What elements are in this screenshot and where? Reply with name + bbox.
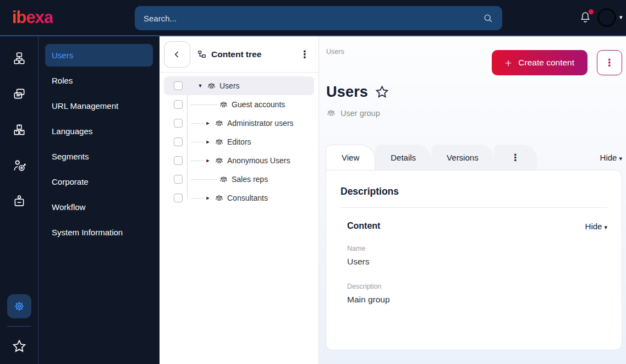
tree-item-label: Users	[219, 81, 240, 90]
tree-item-editors[interactable]: ► Editors	[164, 133, 314, 151]
content-tree-panel: Content tree ⋮ ▼ Users	[160, 36, 319, 364]
content-tree-list: ▼ Users Guest acc	[160, 73, 319, 211]
descriptions-heading: Descriptions	[341, 186, 607, 197]
user-group-icon	[215, 194, 224, 203]
sidebar-item-languages[interactable]: Languages	[45, 120, 153, 142]
checkbox[interactable]	[174, 137, 183, 146]
sidebar-item-roles[interactable]: Roles	[45, 69, 153, 92]
search-icon[interactable]	[482, 13, 493, 24]
chevron-left-icon	[172, 49, 183, 60]
icon-rail	[0, 36, 39, 364]
tree-item-sales-reps[interactable]: Sales reps	[164, 170, 314, 189]
bookmark-star-icon[interactable]	[375, 85, 389, 100]
field-value: Main group	[347, 295, 607, 305]
divider	[341, 207, 607, 208]
commerce-boxes-icon[interactable]	[7, 118, 31, 142]
tree-item-anonymous-users[interactable]: ► Anonymous Users	[164, 151, 314, 170]
field-label: Name	[347, 245, 607, 252]
ibexa-logo[interactable]: ibexa	[12, 8, 53, 27]
sidebar-item-url-management[interactable]: URL Management	[45, 95, 153, 117]
field-value: Users	[347, 257, 607, 267]
sidebar-item-users[interactable]: Users	[45, 44, 153, 67]
expand-caret-icon[interactable]: ►	[204, 139, 212, 145]
expand-caret-icon[interactable]: ►	[204, 158, 212, 163]
hide-label: Hide	[600, 153, 617, 162]
collapse-tree-button[interactable]	[164, 41, 190, 68]
personalization-icon[interactable]	[7, 153, 31, 178]
user-group-icon	[215, 137, 224, 147]
app-window: ibexa ▾	[0, 0, 626, 364]
user-menu-caret-icon[interactable]: ▾	[619, 14, 623, 21]
tab-view[interactable]: View	[326, 145, 375, 170]
user-group-icon	[215, 156, 224, 166]
field-name: Name Users	[347, 245, 607, 267]
plus-icon: +	[505, 57, 512, 69]
checkbox[interactable]	[174, 100, 183, 109]
tree-item-guest-accounts[interactable]: Guest accounts	[164, 95, 314, 114]
tree-item-label: Anonymous Users	[227, 156, 290, 165]
content-tree-header: Content tree ⋮	[160, 36, 319, 73]
field-label: Description	[347, 283, 607, 290]
tree-options-kebab-icon[interactable]: ⋮	[300, 49, 310, 59]
checkbox[interactable]	[174, 81, 183, 90]
settings-gear-icon[interactable]	[7, 294, 31, 318]
collapse-caret-icon[interactable]: ▼	[196, 83, 205, 89]
search-input[interactable]	[144, 14, 482, 23]
view-panel: Descriptions Content Hide▾ Name Users	[326, 170, 622, 350]
tabs-bar: View Details Versions ⋮ Hide▾	[326, 145, 622, 170]
bookmarks-star-icon[interactable]	[7, 334, 31, 359]
expand-caret-icon[interactable]: ►	[204, 195, 212, 201]
notifications-bell-icon[interactable]	[579, 10, 594, 26]
content-hide-toggle[interactable]: Hide▾	[585, 222, 607, 231]
expand-caret-icon[interactable]: ►	[204, 120, 212, 126]
sidebar-item-segments[interactable]: Segments	[45, 145, 153, 168]
tree-item-label: Editors	[227, 137, 251, 146]
notification-badge	[589, 9, 594, 14]
checkbox[interactable]	[174, 119, 183, 128]
tree-item-consultants[interactable]: ► Consultants	[164, 189, 314, 207]
tree-item-label: Guest accounts	[232, 100, 285, 109]
tree-connector	[191, 198, 204, 198]
checkbox[interactable]	[174, 175, 183, 184]
pages-icon[interactable]	[7, 82, 31, 106]
content-tree-title: Content tree	[211, 49, 261, 59]
user-group-icon	[326, 108, 336, 118]
tree-connector	[191, 142, 204, 142]
tab-versions[interactable]: Versions	[431, 145, 494, 170]
breadcrumb[interactable]: Users	[326, 48, 344, 56]
hide-toggle[interactable]: Hide▾	[600, 153, 622, 162]
sidebar-item-workflow[interactable]: Workflow	[45, 196, 153, 218]
tree-connector	[191, 104, 217, 105]
user-avatar[interactable]	[597, 8, 616, 27]
hide-caret-icon: ▾	[604, 224, 607, 230]
tree-connector	[191, 179, 217, 180]
content-structure-icon[interactable]	[7, 46, 31, 70]
user-group-icon	[207, 81, 216, 91]
create-content-button[interactable]: + Create content	[492, 50, 587, 75]
admin-badge-icon[interactable]	[7, 189, 31, 213]
tab-more-kebab-icon[interactable]: ⋮	[494, 145, 537, 170]
checkbox[interactable]	[174, 156, 183, 165]
sidebar-item-system-information[interactable]: System Information	[45, 221, 153, 244]
page-options-kebab-button[interactable]: ⋮	[597, 50, 622, 75]
tree-connector	[191, 161, 204, 161]
content-type-label: User group	[341, 109, 380, 118]
top-bar: ibexa ▾	[0, 0, 626, 36]
tree-connector	[191, 123, 204, 124]
main-content: Users + Create content ⋮ Users	[319, 36, 626, 364]
field-description: Description Main group	[347, 283, 607, 305]
tree-item-label: Sales reps	[232, 175, 268, 184]
sidebar-item-corporate[interactable]: Corporate	[45, 170, 153, 193]
create-content-label: Create content	[518, 58, 574, 68]
hide-label: Hide	[585, 222, 602, 231]
user-group-icon	[215, 119, 224, 128]
tree-item-administrator-users[interactable]: ► Administrator users	[164, 114, 314, 133]
tab-details[interactable]: Details	[375, 145, 431, 170]
content-tree-icon	[197, 49, 207, 59]
content-section: Content Hide▾ Name Users Description Mai…	[341, 221, 607, 305]
global-search	[135, 6, 502, 30]
tree-item-users[interactable]: ▼ Users	[164, 76, 314, 95]
tree-item-label: Administrator users	[227, 119, 294, 128]
section-sidebar: Users Roles URL Management Languages Seg…	[39, 36, 160, 364]
checkbox[interactable]	[174, 194, 183, 202]
